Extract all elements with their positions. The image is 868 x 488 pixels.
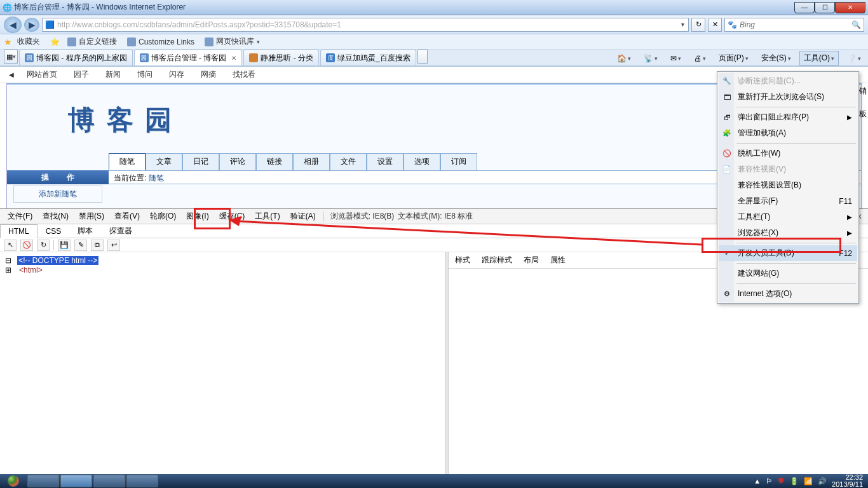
menu-item[interactable]: 工具栏(T)▶ xyxy=(719,209,857,225)
wordwrap-button[interactable]: ↩ xyxy=(107,240,120,251)
toggle-button-2[interactable]: ⧉ xyxy=(91,240,104,251)
devtools-tab-script[interactable]: 脚本 xyxy=(69,223,101,239)
volume-icon[interactable]: 🔊 xyxy=(818,477,827,485)
start-button[interactable] xyxy=(0,474,27,488)
site-nav-4[interactable]: 闪存 xyxy=(165,68,188,81)
admin-tab-3[interactable]: 评论 xyxy=(219,153,256,170)
refresh-tree-button[interactable]: ↻ xyxy=(37,240,50,251)
admin-tab-5[interactable]: 相册 xyxy=(293,153,330,170)
admin-tab-1[interactable]: 文章 xyxy=(146,153,182,170)
quick-tabs-button[interactable]: ▦▾ xyxy=(4,50,18,64)
location-link[interactable]: 随笔 xyxy=(149,173,164,182)
admin-tab-9[interactable]: 订阅 xyxy=(440,153,477,170)
proptab-style[interactable]: 样式 xyxy=(455,255,470,266)
tab-3[interactable]: 度绿豆加鸡蛋_百度搜索 xyxy=(320,50,416,65)
select-element-button[interactable]: ↖ xyxy=(4,240,17,251)
tab-1[interactable]: 园博客后台管理 - 博客园✕ xyxy=(134,50,243,65)
admin-tab-7[interactable]: 设置 xyxy=(367,153,403,170)
search-input[interactable] xyxy=(740,20,849,29)
devtools-tab-css[interactable]: CSS xyxy=(37,224,70,238)
chevron-left-icon[interactable]: ◀ xyxy=(9,71,14,78)
network-icon[interactable]: 📶 xyxy=(804,477,813,485)
save-button[interactable]: 💾 xyxy=(58,240,71,251)
toggle-button-1[interactable]: ✎ xyxy=(74,240,87,251)
system-tray[interactable]: ▲ 🏳 ⛊ 🔋 📶 🔊 22:32 2013/9/11 xyxy=(754,474,868,488)
url-dropdown[interactable]: ▼ xyxy=(680,22,686,28)
action-center-icon[interactable]: 🏳 xyxy=(766,477,773,485)
admin-tab-2[interactable]: 日记 xyxy=(182,153,219,170)
admin-tab-6[interactable]: 文件 xyxy=(330,153,367,170)
battery-icon[interactable]: 🔋 xyxy=(790,477,799,485)
favorites-label[interactable]: 收藏夹 xyxy=(17,36,40,47)
taskbar-item[interactable] xyxy=(27,475,59,487)
close-button[interactable]: ✕ xyxy=(835,2,865,13)
dev-menu-disable[interactable]: 禁用(S) xyxy=(74,208,109,224)
menu-item[interactable]: 🚫脱机工作(W) xyxy=(719,146,857,161)
search-box[interactable]: 🐾 🔍 xyxy=(724,18,864,32)
dev-menu-view[interactable]: 查看(V) xyxy=(109,208,145,224)
tab-0[interactable]: 园博客园 - 程序员的网上家园 xyxy=(19,50,133,65)
dev-menu-find[interactable]: 查找(N) xyxy=(37,208,74,224)
doctype-node[interactable]: <!-- DOCTYPE html --> xyxy=(17,256,98,265)
menu-item[interactable]: 🧩管理加载项(A) xyxy=(719,125,857,141)
favorite-link-1[interactable]: Customize Links xyxy=(125,36,197,48)
new-tab-button[interactable] xyxy=(417,50,428,64)
menu-item[interactable]: 🗔重新打开上次浏览会话(S) xyxy=(719,89,857,105)
expand-toggle-icon[interactable]: ⊞ xyxy=(5,266,13,274)
menu-item[interactable]: 🗗弹出窗口阻止程序(P)▶ xyxy=(719,109,857,125)
stop-button[interactable]: ✕ xyxy=(708,18,722,32)
proptab-trace[interactable]: 跟踪样式 xyxy=(482,255,512,266)
maximize-button[interactable]: ☐ xyxy=(815,2,835,13)
help-button[interactable]: ❔▾ xyxy=(843,52,865,65)
site-nav-0[interactable]: 网站首页 xyxy=(23,68,61,81)
url-input[interactable] xyxy=(57,20,677,29)
add-favorite-icon[interactable]: ⭐ xyxy=(50,37,60,46)
tab-close-icon[interactable]: ✕ xyxy=(231,55,236,62)
html-node[interactable]: <html> xyxy=(19,266,43,274)
devtools-tab-html[interactable]: HTML xyxy=(0,224,37,238)
page-menu[interactable]: 页面(P)▾ xyxy=(714,51,753,65)
dev-menu-outline[interactable]: 轮廓(O) xyxy=(145,208,181,224)
menu-item[interactable]: ⚙Internet 选项(O) xyxy=(719,286,857,302)
taskbar-item[interactable] xyxy=(126,475,158,487)
dom-tree-panel[interactable]: ⊟ <!-- DOCTYPE html --> ⊞<html> xyxy=(0,252,445,474)
favorite-link-2[interactable]: 网页快讯库▾ xyxy=(202,35,262,48)
refresh-button[interactable]: ↻ xyxy=(691,18,705,32)
admin-tab-4[interactable]: 链接 xyxy=(256,153,293,170)
search-go-icon[interactable]: 🔍 xyxy=(851,20,861,29)
mail-button[interactable]: ✉▾ xyxy=(666,52,686,65)
taskbar-item[interactable] xyxy=(93,475,125,487)
forward-button[interactable]: ▶ xyxy=(24,18,39,32)
print-button[interactable]: 🖨▾ xyxy=(689,52,710,65)
safety-menu[interactable]: 安全(S)▾ xyxy=(757,51,796,65)
admin-tab-8[interactable]: 选项 xyxy=(403,153,440,170)
site-nav-6[interactable]: 找找看 xyxy=(229,68,259,81)
tab-2[interactable]: 静雅思听 - 分类 xyxy=(243,50,319,65)
feeds-button[interactable]: 📡▾ xyxy=(639,52,662,65)
clock[interactable]: 22:32 2013/9/11 xyxy=(832,474,863,488)
favorite-link-0[interactable]: 自定义链接 xyxy=(65,35,119,48)
add-post-link[interactable]: 添加新随笔 xyxy=(13,186,102,203)
admin-tab-0[interactable]: 随笔 xyxy=(109,153,146,170)
proptab-layout[interactable]: 布局 xyxy=(524,255,539,266)
taskbar-item-ie[interactable] xyxy=(60,475,92,487)
minimize-button[interactable]: — xyxy=(794,2,815,13)
dev-menu-file[interactable]: 文件(F) xyxy=(3,208,37,224)
clear-cache-button[interactable]: 🚫 xyxy=(20,240,33,251)
site-nav-1[interactable]: 园子 xyxy=(70,68,93,81)
proptab-attrs[interactable]: 属性 xyxy=(550,255,566,266)
devtools-tab-profiler[interactable]: 探查器 xyxy=(101,223,140,239)
favorites-star-icon[interactable]: ★ xyxy=(4,37,12,47)
site-nav-3[interactable]: 博问 xyxy=(133,68,156,81)
home-button[interactable]: 🏠▾ xyxy=(613,52,635,65)
expand-toggle-icon[interactable]: ⊟ xyxy=(5,256,13,265)
menu-item[interactable]: 全屏显示(F)F11 xyxy=(719,193,857,209)
site-nav-2[interactable]: 新闻 xyxy=(102,68,125,81)
back-button[interactable]: ◀ xyxy=(4,17,22,33)
address-bar[interactable]: 🟦 ▼ xyxy=(42,18,689,32)
tray-icon[interactable]: ⛊ xyxy=(778,477,785,485)
menu-item[interactable]: 建议网站(G) xyxy=(719,266,857,281)
menu-item[interactable]: 兼容性视图设置(B) xyxy=(719,177,857,193)
site-nav-5[interactable]: 网摘 xyxy=(197,68,220,81)
tools-menu[interactable]: 工具(O)▾ xyxy=(799,51,839,65)
